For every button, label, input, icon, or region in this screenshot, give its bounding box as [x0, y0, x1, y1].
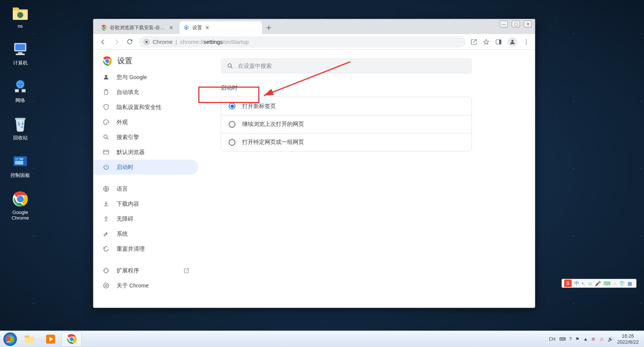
new-tab-button[interactable] [264, 22, 274, 33]
accessibility-icon [102, 215, 110, 222]
desktop-icon-label: Google Chrome [4, 209, 37, 221]
url-input[interactable]: Chrome | chrome://settings/onStartup [139, 36, 466, 48]
url-suffix: /onStartup [223, 39, 249, 45]
sidebar-item-reset[interactable]: 重置并清理 [93, 241, 198, 256]
option-label: 打开新标签页 [242, 103, 276, 110]
svg-point-32 [104, 135, 107, 138]
desktop-icon-label: ns [18, 23, 23, 29]
svg-point-38 [228, 64, 231, 67]
url-prefix: chrome:// [180, 39, 204, 45]
startup-options-card: 打开新标签页 继续浏览上次打开的网页 打开特定网页或一组网页 [221, 97, 472, 151]
sidebar-item-extensions[interactable]: 扩展程序 [93, 263, 198, 278]
tray-chevron-icon[interactable]: ▲ [583, 337, 588, 342]
url-path: settings [204, 39, 223, 45]
ime-tool-icon[interactable]: 👕 [619, 281, 625, 286]
chrome-logo-icon [102, 56, 112, 66]
search-placeholder: 在设置中搜索 [238, 63, 272, 70]
minimize-button[interactable]: — [500, 21, 508, 27]
tray-help-icon[interactable]: ? [569, 337, 572, 342]
desktop-icon-computer[interactable]: 计算机 [4, 40, 37, 66]
svg-rect-9 [15, 158, 19, 160]
desktop-icon-ns[interactable]: ns [4, 4, 37, 29]
settings-main: 在设置中搜索 启动时 打开新标签页 继续浏览上次打开的网页 打开特定网页或一组网… [198, 50, 535, 308]
side-panel-icon[interactable] [495, 39, 502, 45]
recycle-bin-icon [11, 115, 29, 133]
svg-point-47 [70, 337, 74, 341]
taskbar-media-player[interactable] [40, 332, 61, 347]
sidebar-item-you-and-google[interactable]: 您与 Google [93, 70, 198, 85]
sidebar-item-autofill[interactable]: 自动填充 [93, 85, 198, 100]
tray-security-icon[interactable]: ⛨ [592, 337, 596, 342]
ime-toolbar[interactable]: S 中 •, ☺ 🎤 ⌨ ⌂ 👕 ▦ [562, 279, 637, 288]
start-button[interactable] [2, 331, 18, 347]
tab-title: 谷歌浏览器下载安装-谷歌浏览器 [110, 24, 166, 31]
ime-punct-icon[interactable]: •, [582, 281, 585, 286]
sidebar-item-system[interactable]: 系统 [93, 226, 198, 241]
sidebar-item-downloads[interactable]: 下载内容 [93, 196, 198, 211]
taskbar-explorer[interactable] [19, 332, 40, 347]
sidebar-item-on-startup[interactable]: 启动时 [93, 160, 198, 175]
desktop-icon-control-panel[interactable]: 控制面板 [4, 153, 37, 179]
desktop-icon-network[interactable]: 网络 [4, 78, 37, 104]
sidebar-item-languages[interactable]: 语言 [93, 181, 198, 196]
sidebar-item-default-browser[interactable]: 默认浏览器 [93, 145, 198, 160]
shield-icon [102, 104, 110, 111]
tab-active[interactable]: 设置 ✕ [180, 21, 262, 34]
option-continue[interactable]: 继续浏览上次打开的网页 [221, 115, 472, 133]
globe-icon [102, 185, 110, 192]
tray-keyboard-icon[interactable]: ⌨ [559, 337, 566, 342]
svg-rect-2 [15, 44, 25, 50]
system-tray: CH ⌨ ? ⚑ ▲ ⛨ ⚠ 🔊 16:26 2022/8/22 [549, 333, 642, 345]
ime-mic-icon[interactable]: 🎤 [595, 281, 601, 286]
tray-action-center-icon[interactable]: ⚑ [575, 337, 580, 342]
chrome-window: 谷歌浏览器下载安装-谷歌浏览器 ✕ 设置 ✕ — ▢ ✕ [93, 19, 535, 308]
palette-icon [102, 119, 110, 126]
ime-skin-icon[interactable]: ⌂ [613, 281, 616, 286]
close-button[interactable]: ✕ [524, 21, 532, 27]
taskbar-chrome[interactable] [61, 332, 82, 347]
control-panel-icon [11, 153, 29, 171]
sidebar-item-label: 扩展程序 [117, 267, 139, 274]
ime-lang[interactable]: 中 [574, 280, 579, 287]
toolbar-actions [470, 37, 530, 47]
close-tab-icon[interactable]: ✕ [205, 25, 210, 30]
profile-avatar-icon[interactable] [508, 37, 517, 47]
maximize-button[interactable]: ▢ [512, 21, 520, 27]
svg-rect-30 [105, 90, 108, 94]
tray-volume-icon[interactable]: 🔊 [608, 337, 613, 342]
close-tab-icon[interactable]: ✕ [169, 25, 174, 30]
forward-button[interactable] [112, 37, 121, 46]
sidebar-item-privacy[interactable]: 隐私设置和安全性 [93, 100, 198, 115]
sidebar-item-accessibility[interactable]: 无障碍 [93, 211, 198, 226]
tray-network-icon[interactable]: ⚠ [600, 337, 604, 342]
svg-point-20 [145, 41, 147, 43]
bookmark-star-icon[interactable] [483, 39, 490, 45]
sidebar-item-appearance[interactable]: 外观 [93, 115, 198, 130]
reload-button[interactable] [126, 37, 135, 46]
sidebar-item-search[interactable]: 搜索引擎 [93, 130, 198, 145]
tray-clock[interactable]: 16:26 2022/8/22 [617, 333, 639, 345]
tab-inactive[interactable]: 谷歌浏览器下载安装-谷歌浏览器 ✕ [97, 21, 180, 34]
sidebar-item-about[interactable]: 关于 Chrome [93, 278, 198, 293]
settings-search-input[interactable]: 在设置中搜索 [221, 58, 472, 74]
svg-point-29 [105, 75, 107, 77]
ime-keyboard-icon[interactable]: ⌨ [604, 281, 611, 286]
svg-rect-31 [105, 90, 107, 91]
chrome-product-icon [144, 39, 150, 45]
desktop-icon-recycle[interactable]: 回收站 [4, 115, 37, 141]
ime-smiley-icon[interactable]: ☺ [587, 281, 592, 286]
option-new-tab[interactable]: 打开新标签页 [221, 97, 472, 115]
tab-bar: 谷歌浏览器下载安装-谷歌浏览器 ✕ 设置 ✕ — ▢ ✕ [93, 19, 535, 34]
ime-menu-icon[interactable]: ▦ [628, 281, 632, 286]
svg-point-25 [526, 41, 527, 42]
kebab-menu-icon[interactable] [523, 39, 530, 45]
settings-header: 设置 [93, 56, 198, 70]
tray-lang[interactable]: CH [549, 337, 555, 342]
option-specific-pages[interactable]: 打开特定网页或一组网页 [221, 133, 472, 151]
section-title: 启动时 [221, 84, 512, 91]
svg-rect-11 [15, 161, 23, 165]
share-icon[interactable] [470, 39, 477, 45]
svg-rect-3 [18, 52, 22, 54]
desktop-icon-chrome[interactable]: Google Chrome [4, 190, 37, 221]
back-button[interactable] [99, 37, 108, 46]
